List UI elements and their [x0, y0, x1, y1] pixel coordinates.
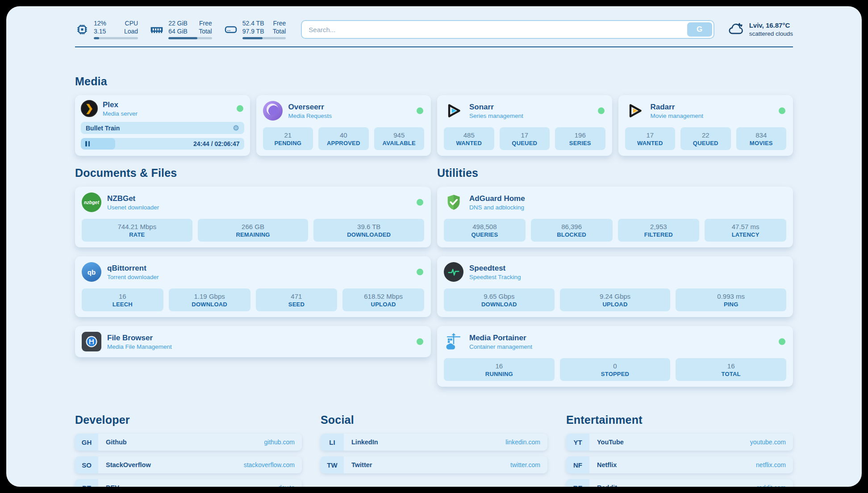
radarr-header: Radarr Movie management: [625, 101, 787, 121]
stat-value: 744.21 Mbps: [83, 223, 191, 230]
stat-label: SERIES: [557, 140, 604, 146]
stat-tile-movies: 834MOVIES: [736, 127, 787, 150]
disk-icon: [224, 22, 238, 37]
app-frame: 12% 3.15 CPU Load: [0, 0, 868, 493]
stat-label: STOPPED: [562, 371, 669, 377]
bookmark-youtube[interactable]: YT YouTube youtube.com: [566, 434, 793, 451]
bookmark-name: DEV: [106, 484, 119, 487]
stat-tile-download: 1.19 GbpsDOWNLOAD: [169, 288, 250, 311]
app-subtitle: Movie management: [651, 113, 704, 119]
bookmark-stackoverflow[interactable]: SO StackOverflow stackoverflow.com: [75, 456, 302, 473]
app-card-qbittorrent[interactable]: qb qBittorrent Torrent downloader 16LEEC…: [75, 256, 431, 317]
cpu-labels: CPU Load: [124, 20, 138, 35]
search-input[interactable]: [303, 22, 687, 37]
cpu-icon: [75, 22, 89, 37]
bookmark-netflix[interactable]: NF Netflix netflix.com: [566, 456, 793, 473]
stat-label: UPLOAD: [344, 301, 422, 308]
stat-tile-seed: 471SEED: [256, 288, 338, 311]
gear-icon[interactable]: ⚙: [233, 125, 239, 132]
cpu-stat: 12% 3.15 CPU Load: [75, 20, 138, 39]
stat-label: BLOCKED: [533, 231, 611, 238]
playback-progress[interactable]: 24:44 / 02:06:47: [81, 138, 244, 150]
disk-label-top: Free: [273, 20, 286, 27]
stat-label: REMAINING: [200, 231, 307, 238]
stat-value: 618.52 Mbps: [344, 292, 422, 300]
nzbget-header: nzbget NZBGet Usenet downloader: [82, 192, 424, 212]
nzbget-icon: nzbget: [82, 192, 101, 212]
stat-tile-remaining: 266 GBREMAINING: [198, 219, 309, 242]
stat-tile-wanted: 485WANTED: [444, 127, 494, 150]
status-dot: [779, 108, 785, 114]
section-heading-social: Social: [321, 414, 547, 426]
stat-tile-downloaded: 39.6 TBDOWNLOADED: [313, 219, 424, 242]
stat-label: DOWNLOAD: [171, 301, 249, 308]
app-subtitle: Usenet downloader: [107, 204, 159, 211]
section-heading-developer: Developer: [75, 414, 302, 426]
bookmark-reddit[interactable]: RE Reddit reddit.com: [566, 479, 793, 487]
bookmark-url: dev.to: [278, 484, 295, 487]
stat-value: 16: [446, 362, 553, 370]
app-card-sonarr[interactable]: Sonarr Series management 485WANTED 17QUE…: [437, 95, 612, 156]
search-engine-button[interactable]: G: [687, 22, 712, 37]
adguard-header: AdGuard Home DNS and adblocking: [444, 192, 786, 212]
app-card-adguard[interactable]: AdGuard Home DNS and adblocking 498,508Q…: [437, 187, 793, 247]
sonarr-header: Sonarr Series management: [444, 101, 605, 121]
app-card-speedtest[interactable]: Speedtest Speedtest Tracking 9.65 GbpsDO…: [437, 256, 793, 317]
bookmark-twitter[interactable]: TW Twitter twitter.com: [321, 456, 547, 473]
stat-label: DOWNLOAD: [446, 301, 553, 308]
cpu-values: 12% 3.15: [94, 20, 117, 35]
stat-tile-stopped: 0STOPPED: [560, 358, 671, 381]
stat-label: DOWNLOADED: [315, 231, 422, 238]
stat-label: LEECH: [83, 301, 162, 308]
stat-tiles: 485WANTED 17QUEUED 196SERIES: [444, 127, 605, 150]
app-card-filebrowser[interactable]: File Browser Media File Management: [75, 326, 431, 357]
stat-tile-rate: 744.21 MbpsRATE: [82, 219, 192, 242]
bookmark-dev[interactable]: DT DEV dev.to: [75, 479, 302, 487]
ram-labels: Free Total: [199, 20, 212, 35]
stat-tile-queries: 498,508QUERIES: [444, 219, 526, 242]
portainer-meta: Media Portainer Container management: [469, 334, 532, 350]
disk-free: 52.4 TB: [242, 20, 264, 27]
stat-label: APPROVED: [320, 140, 367, 146]
app-title: qBittorrent: [107, 264, 159, 273]
bookmark-columns: Developer GH Github github.com SO StackO…: [75, 414, 793, 487]
stat-value: 9.65 Gbps: [446, 292, 553, 300]
stat-tile-queued: 17QUEUED: [500, 127, 550, 150]
utilities-column: Utilities AdGuard Home DNS and adblockin…: [437, 167, 793, 387]
stat-tile-total: 16TOTAL: [676, 358, 786, 381]
stat-label: MOVIES: [738, 140, 785, 146]
weather-location-temp: Lviv, 16.87°C: [749, 21, 793, 30]
bookmark-url: github.com: [264, 439, 295, 446]
ram-progress-fill: [168, 37, 197, 39]
cpu-progress-fill: [94, 37, 99, 39]
system-stats: 12% 3.15 CPU Load: [75, 20, 286, 39]
bookmark-name: Github: [106, 439, 127, 446]
now-playing-title: Bullet Train: [86, 125, 120, 132]
ram-progress-bar: [168, 37, 212, 39]
top-bar: 12% 3.15 CPU Load: [75, 20, 793, 39]
app-card-nzbget[interactable]: nzbget NZBGet Usenet downloader 744.21 M…: [75, 187, 431, 247]
stat-value: 2,953: [620, 223, 698, 230]
bookmark-url: reddit.com: [757, 484, 786, 487]
speedtest-icon: [444, 262, 463, 282]
app-card-overseerr[interactable]: Overseerr Media Requests 21PENDING 40APP…: [256, 95, 431, 156]
weather-widget[interactable]: Lviv, 16.87°C scattered clouds: [728, 21, 793, 38]
status-dot: [417, 108, 423, 114]
stat-tile-blocked: 86,396BLOCKED: [531, 219, 613, 242]
ram-label-bottom: Total: [199, 28, 212, 35]
qbittorrent-meta: qBittorrent Torrent downloader: [107, 264, 159, 280]
stat-value: 945: [376, 131, 423, 139]
app-card-plex[interactable]: ❯ Plex Media server Bullet Train ⚙ 24:44…: [75, 95, 250, 156]
ram-icon: [150, 22, 164, 37]
bookmark-github[interactable]: GH Github github.com: [75, 434, 302, 451]
utilities-stack: AdGuard Home DNS and adblocking 498,508Q…: [437, 187, 793, 387]
app-card-radarr[interactable]: Radarr Movie management 17WANTED 22QUEUE…: [618, 95, 793, 156]
stat-label: PENDING: [265, 140, 312, 146]
stat-value: 471: [258, 292, 336, 300]
bookmark-linkedin[interactable]: LI LinkedIn linkedin.com: [321, 434, 547, 451]
app-card-portainer[interactable]: Media Portainer Container management 16R…: [437, 326, 793, 387]
stat-tile-available: 945AVAILABLE: [374, 127, 425, 150]
cpu-load-avg: 3.15: [94, 28, 106, 35]
nzbget-meta: NZBGet Usenet downloader: [107, 194, 159, 211]
overseerr-header: Overseerr Media Requests: [263, 101, 425, 121]
